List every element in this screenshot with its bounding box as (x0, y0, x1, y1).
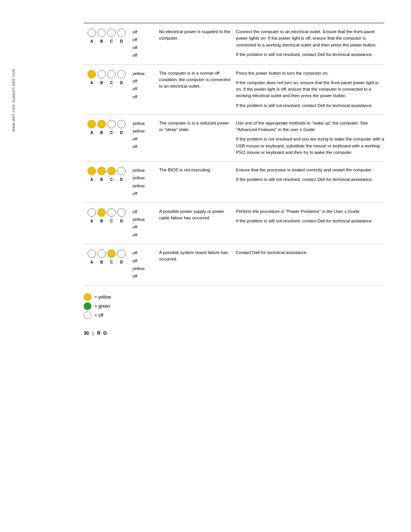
light-2-2 (107, 120, 116, 128)
legend-label: = green (94, 304, 110, 309)
action-paragraph: Ensure that the processor is seated corr… (236, 167, 384, 173)
col-description-2: The computer is in a reduced power or "s… (156, 120, 232, 133)
status-cell: off (132, 52, 156, 59)
legend-label: = yellow (94, 294, 111, 300)
table-row: ABCDyellowoffoffoffThe computer is in a … (84, 65, 384, 115)
status-cell: off (132, 224, 156, 230)
lights-labels-2: ABCD (88, 131, 126, 135)
status-cell: off (132, 249, 156, 256)
footer-label: R G (97, 331, 107, 336)
light-label: B (97, 39, 106, 43)
legend: = yellow= green= off (84, 293, 384, 319)
page-number: 30 (84, 331, 89, 336)
status-cell: off (132, 85, 156, 92)
light-label: D (117, 131, 126, 135)
light-label: C (107, 177, 116, 182)
status-cell: off (132, 232, 156, 238)
light-label: D (117, 81, 126, 85)
table-row: ABCDoffyellowoffoffA possible power supp… (84, 203, 384, 244)
col-description-4: A possible power supply or power cable f… (156, 208, 232, 222)
footer: 30 | R G (84, 331, 384, 336)
col-status-3: yellowyellowyellowoff (129, 167, 156, 197)
light-3-1 (97, 167, 106, 175)
light-3-3 (117, 167, 126, 175)
light-0-1 (97, 29, 106, 37)
status-cell: off (132, 257, 156, 264)
status-cell: yellow (132, 120, 156, 127)
light-label: C (107, 131, 116, 135)
col-action-5: Contact Dell for technical assistance. (232, 249, 384, 256)
light-label: B (97, 81, 106, 85)
lights-row-2 (88, 120, 126, 128)
legend-circle-off (84, 312, 91, 319)
col-status-1: yellowoffoffoff (129, 70, 156, 101)
light-label: B (97, 177, 106, 182)
legend-label: = off (94, 313, 103, 318)
light-label: A (88, 177, 96, 182)
status-cell: yellow (132, 182, 156, 189)
legend-item-0: = yellow (84, 293, 384, 301)
status-cell: yellow (132, 167, 156, 174)
col-lights-5: ABCD (84, 249, 129, 264)
light-5-3 (117, 249, 126, 258)
table-row: ABCDyellowyellowoffoffThe computer is in… (84, 115, 384, 161)
light-4-1 (97, 208, 106, 217)
light-label: C (107, 81, 116, 85)
status-cell: off (132, 190, 156, 197)
light-label: D (117, 39, 126, 43)
light-label: A (88, 219, 96, 223)
light-label: C (107, 39, 116, 43)
col-action-3: Ensure that the processor is seated corr… (232, 167, 384, 183)
status-cell: off (132, 273, 156, 280)
light-label: A (88, 81, 96, 85)
pipe: | (91, 331, 95, 336)
table-row: ABCDoffoffoffoffNo electrical power is s… (84, 23, 384, 65)
lights-labels-4: ABCD (88, 219, 126, 223)
col-lights-3: ABCD (84, 167, 129, 182)
light-1-0 (88, 70, 96, 78)
light-label: D (117, 260, 126, 264)
col-lights-1: ABCD (84, 70, 129, 85)
legend-item-1: = green (84, 302, 384, 310)
light-label: B (97, 260, 106, 264)
light-2-0 (88, 120, 96, 128)
status-cell: off (132, 78, 156, 85)
action-paragraph: Contact Dell for technical assistance. (236, 249, 384, 256)
action-paragraph: If the problem is still not resolved, co… (236, 218, 384, 224)
status-cell: yellow (132, 265, 156, 272)
action-paragraph: If the problem is still not resolved, co… (236, 51, 384, 58)
col-status-2: yellowyellowoffoff (129, 120, 156, 150)
col-action-1: Press the power button to turn the compu… (232, 70, 384, 109)
light-label: D (117, 177, 126, 182)
light-1-1 (97, 70, 106, 78)
light-4-3 (117, 208, 126, 217)
light-3-0 (88, 167, 96, 175)
light-3-2 (107, 167, 116, 175)
light-4-0 (88, 208, 96, 217)
light-2-3 (117, 120, 126, 128)
table-row: ABCDyellowyellowyellowoffThe BIOS is not… (84, 161, 384, 203)
lights-labels-5: ABCD (88, 260, 126, 264)
light-2-1 (97, 120, 106, 128)
status-cell: off (132, 208, 156, 215)
status-cell: off (132, 143, 156, 150)
page: www.dell.com support.dell.com ABCDoffoff… (0, 0, 411, 532)
status-cell: off (132, 44, 156, 51)
lights-row-4 (88, 208, 126, 217)
lights-labels-3: ABCD (88, 177, 126, 182)
status-cell: yellow (132, 128, 156, 134)
col-description-5: A possible system board failure has occu… (156, 249, 232, 263)
light-1-3 (117, 70, 126, 78)
status-cell: off (132, 36, 156, 43)
status-cell: off (132, 136, 156, 142)
legend-circle-green (84, 302, 91, 310)
status-cell: off (132, 93, 156, 100)
action-paragraph: Use one of the appropriate methods to "w… (236, 120, 384, 133)
col-lights-4: ABCD (84, 208, 129, 223)
col-lights-0: ABCD (84, 29, 129, 43)
col-status-0: offoffoffoff (129, 29, 156, 59)
light-label: D (117, 219, 126, 223)
action-paragraph: Connect the computer to an electrical ou… (236, 29, 384, 48)
light-label: C (107, 260, 116, 264)
lights-labels-0: ABCD (88, 39, 126, 43)
